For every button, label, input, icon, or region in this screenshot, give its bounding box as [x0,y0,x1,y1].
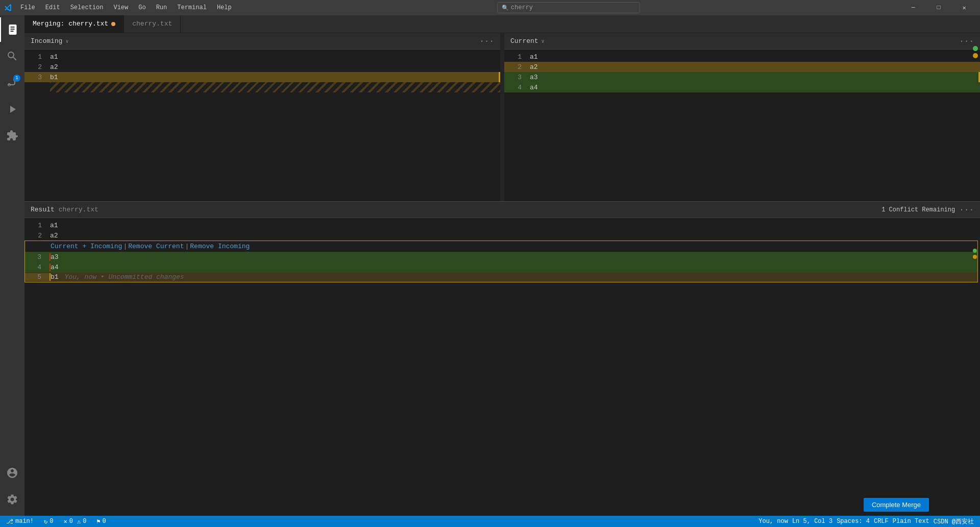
incoming-pane-header: Incoming ∨ ··· [24,33,500,50]
cur-line-num-4: 4 [504,84,530,91]
right-dot-green [973,46,978,51]
cur-line-content-1: a1 [530,53,538,61]
result-title: Result [31,206,55,213]
tab-label: Merging: cherry.txt [33,20,108,28]
menu-run[interactable]: Run [152,3,172,12]
status-spaces[interactable]: Spaces: 4 [835,516,872,527]
complete-merge-button[interactable]: Complete Merge [864,498,929,512]
current-title: Current ∨ [510,37,545,45]
error-icon: ✕ [63,518,67,525]
result-line-5: 5 b1 You, now • Uncommitted changes [24,272,978,282]
status-position[interactable]: Ln 5, Col 3 [790,516,835,527]
editor-area: Merging: cherry.txt cherry.txt Incoming … [24,15,980,516]
status-sync[interactable]: ↻ 0 [42,516,55,527]
status-hints[interactable]: ⚑ 0 [94,516,108,527]
cur-line-num-3: 3 [504,74,530,81]
menu-file[interactable]: File [16,3,39,12]
status-language[interactable]: Plain Text [891,516,932,527]
pane-divider[interactable] [500,33,504,201]
action-remove-incoming[interactable]: Remove Incoming [190,243,250,250]
incoming-line-3: 3 b1 [24,72,500,82]
result-line-4: 4 a4 [24,262,978,272]
close-button[interactable]: ✕ [952,0,976,15]
menu-terminal[interactable]: Terminal [173,3,211,12]
ghost-text: You, now • Uncommitted changes [65,273,184,281]
conflict-remaining-badge: 1 Conflict Remaining [881,206,955,213]
result-line-1: 1 a1 [24,220,980,230]
menu-go[interactable]: Go [134,3,150,12]
result-header: Result cherry.txt 1 Conflict Remaining ·… [24,202,980,218]
activity-explorer[interactable] [0,17,24,42]
source-control-badge: 1 [13,75,20,82]
result-pane: Result cherry.txt 1 Conflict Remaining ·… [24,202,980,516]
current-label: Current [510,37,538,45]
result-code-area[interactable]: 1 a1 2 a2 Current + I [24,218,980,516]
cur-line-content-4: a4 [530,84,538,91]
current-line-4: 4 a4 [504,82,980,92]
conflict-actions-bar: Current + Incoming | Remove Current | Re… [24,241,978,252]
action-current-incoming[interactable]: Current + Incoming [51,243,122,250]
incoming-chevron[interactable]: ∨ [65,38,68,44]
menu-view[interactable]: View [109,3,132,12]
marker-dot-yellow [973,255,977,259]
activity-settings[interactable] [0,487,24,512]
sync-icon: ↻ [44,518,47,525]
incoming-line-1: 1 a1 [24,52,500,62]
res-line-content-5: b1 [51,273,59,281]
res-line-content-2: a2 [50,232,58,239]
status-branch[interactable]: ⎇ main! [4,516,36,527]
current-code-lines: 1 a1 2 a2 3 a3 [504,50,980,94]
minimize-button[interactable]: ─ [901,0,925,15]
current-pane-header: Current ∨ ··· [504,33,980,50]
merge-editor: Incoming ∨ ··· 1 a1 [24,33,980,516]
menu-bar: File Edit Selection View Go Run Terminal… [16,3,236,12]
search-icon: 🔍 [502,5,509,11]
menu-selection[interactable]: Selection [66,3,108,12]
activity-accounts[interactable] [0,461,24,485]
menu-help[interactable]: Help [213,3,236,12]
current-pane: Current ∨ ··· 1 a1 [504,33,980,201]
hints-count: 0 [103,518,106,525]
global-search-bar[interactable]: 🔍 cherry [497,2,640,13]
sep-2: | [185,243,189,250]
incoming-title: Incoming ∨ [31,37,68,45]
menu-edit[interactable]: Edit [41,3,64,12]
activity-bar: 1 [0,15,24,516]
result-filename: cherry.txt [59,206,99,213]
language-label: Plain Text [893,518,929,525]
incoming-line-2: 2 a2 [24,62,500,72]
cur-line-content-2: a2 [530,63,538,71]
tab-merging-cherry[interactable]: Merging: cherry.txt [24,15,124,33]
maximize-button[interactable]: □ [927,0,950,15]
current-line-1: 1 a1 [504,52,980,62]
warning-icon: ⚠ [77,518,81,525]
line-num-3: 3 [24,74,50,81]
res-line-num-1: 1 [24,222,50,229]
activity-run[interactable] [0,97,24,122]
title-bar: File Edit Selection View Go Run Terminal… [0,0,980,15]
result-line-3: 3 a3 [24,252,978,262]
sep-1: | [123,243,127,250]
status-csdn[interactable]: CSDN @西安社 [932,516,976,527]
vscode-icon [4,4,12,12]
status-eol[interactable]: CRLF [872,516,891,527]
result-line-2: 2 a2 [24,230,980,241]
tab-cherry[interactable]: cherry.txt [124,15,181,33]
current-chevron[interactable]: ∨ [542,38,545,44]
activity-search[interactable] [0,44,24,68]
incoming-more-actions[interactable]: ··· [479,37,494,46]
branch-icon: ⎇ [6,518,13,525]
error-count: 0 [69,518,73,525]
action-remove-current[interactable]: Remove Current [128,243,184,250]
line-content-3: b1 [50,74,58,81]
result-more-actions[interactable]: ··· [959,205,974,214]
hatched-overlay [50,82,500,92]
current-code-area[interactable]: 1 a1 2 a2 3 a3 [504,50,980,201]
incoming-code-area[interactable]: 1 a1 2 a2 3 b1 [24,50,500,201]
status-you-now[interactable]: You, now [756,516,790,527]
status-errors[interactable]: ✕ 0 ⚠ 0 [61,516,88,527]
activity-source-control[interactable]: 1 [0,70,24,95]
result-code-lines: 1 a1 2 a2 Current + I [24,218,980,284]
activity-extensions[interactable] [0,124,24,148]
cur-line-num-1: 1 [504,53,530,61]
